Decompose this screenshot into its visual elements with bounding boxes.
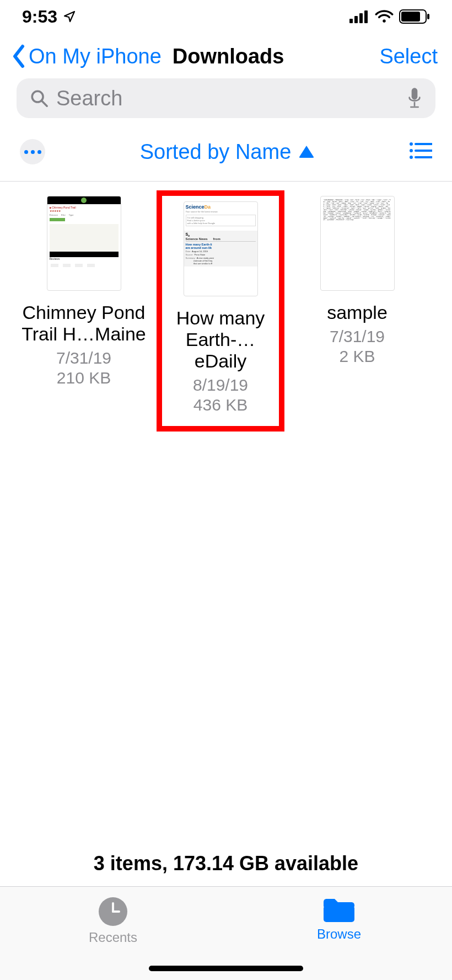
file-item-chimney-pond[interactable]: ■ Chimney Pond Trail ★★★★★ DistanceElevT… xyxy=(20,196,148,432)
search-placeholder: Search xyxy=(56,87,407,110)
view-toggle-button[interactable] xyxy=(409,141,432,162)
svg-rect-1 xyxy=(354,16,358,23)
status-left: 9:53 xyxy=(22,7,76,27)
select-button[interactable]: Select xyxy=(379,45,438,68)
sort-button[interactable]: Sorted by Name xyxy=(45,140,409,164)
status-time: 9:53 xyxy=(22,7,57,27)
file-size: 2 KB xyxy=(339,347,375,366)
file-name: How many Earth-…eDaily xyxy=(165,307,276,372)
sort-label-text: Sorted by Name xyxy=(140,140,292,164)
search-icon xyxy=(30,89,49,108)
page-title: Downloads xyxy=(173,45,284,68)
toolbar: Sorted by Name xyxy=(0,128,452,182)
search-wrap: Search xyxy=(0,74,452,128)
svg-point-4 xyxy=(383,19,385,22)
location-icon xyxy=(63,10,76,23)
file-size: 436 KB xyxy=(193,395,247,415)
clock-icon xyxy=(98,897,128,926)
microphone-icon[interactable] xyxy=(407,87,422,109)
search-input[interactable]: Search xyxy=(17,78,435,118)
svg-line-9 xyxy=(41,100,47,106)
status-bar: 9:53 xyxy=(0,0,452,33)
file-date: 7/31/19 xyxy=(56,348,111,368)
svg-point-13 xyxy=(410,142,413,146)
list-view-icon xyxy=(409,141,432,160)
file-item-how-many-earth[interactable]: ScienceDa Your source for the latest res… xyxy=(157,190,284,432)
status-right xyxy=(349,9,430,24)
file-thumbnail: ScienceDa Your source for the latest res… xyxy=(184,201,258,296)
file-date: 7/31/19 xyxy=(330,327,385,347)
tab-label: Recents xyxy=(89,930,137,945)
wifi-icon xyxy=(375,10,394,23)
back-button[interactable]: On My iPhone xyxy=(10,44,162,68)
back-label: On My iPhone xyxy=(29,45,162,68)
folder-icon xyxy=(322,897,356,923)
tab-bar: Recents Browse xyxy=(0,886,452,980)
svg-point-15 xyxy=(410,149,413,152)
svg-rect-10 xyxy=(412,88,418,99)
nav-header: On My iPhone Downloads Select xyxy=(0,33,452,74)
ellipsis-icon xyxy=(24,150,41,154)
svg-rect-7 xyxy=(427,14,429,19)
home-indicator[interactable] xyxy=(149,966,303,971)
svg-point-17 xyxy=(410,156,413,159)
file-date: 8/19/19 xyxy=(193,375,248,395)
tab-label: Browse xyxy=(317,926,361,942)
svg-rect-3 xyxy=(364,10,368,23)
svg-rect-0 xyxy=(349,19,353,23)
file-name: Chimney Pond Trail H…Maine xyxy=(20,302,147,345)
file-grid: ■ Chimney Pond Trail ★★★★★ DistanceElevT… xyxy=(0,182,452,446)
file-thumbnail: ■ Chimney Pond Trail ★★★★★ DistanceElevT… xyxy=(47,196,121,291)
sort-ascending-icon xyxy=(299,146,314,158)
svg-rect-2 xyxy=(359,13,363,23)
svg-rect-22 xyxy=(324,906,354,922)
file-item-sample[interactable]: "CONCORDANCE","MONGOOSE","frog","owl","h… xyxy=(293,196,421,432)
storage-summary: 3 items, 173.14 GB available xyxy=(0,852,452,875)
file-size: 210 KB xyxy=(57,368,111,388)
battery-icon xyxy=(399,9,430,24)
svg-rect-6 xyxy=(401,12,420,22)
file-name: sample xyxy=(327,302,388,323)
more-options-button[interactable] xyxy=(20,139,45,164)
cellular-icon xyxy=(349,10,369,23)
chevron-left-icon xyxy=(10,44,29,68)
file-thumbnail: "CONCORDANCE","MONGOOSE","frog","owl","h… xyxy=(320,196,395,291)
